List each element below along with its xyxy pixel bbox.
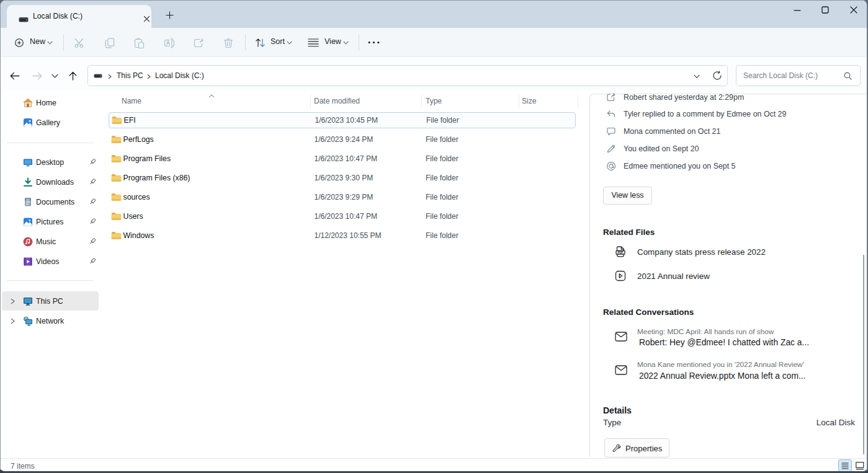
svg-text:PDF: PDF [617,251,623,254]
